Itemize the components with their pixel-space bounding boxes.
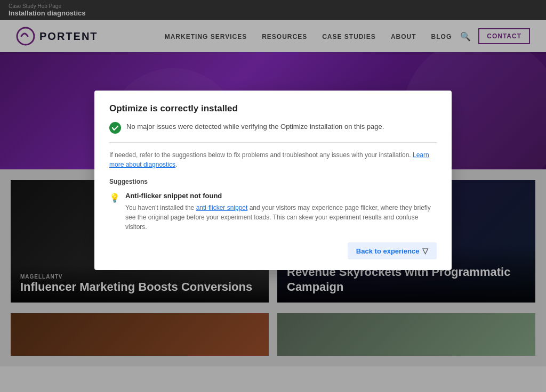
suggestions-label: Suggestions: [109, 178, 437, 185]
svg-point-1: [109, 122, 121, 134]
suggestion-title: Anti-flicker snippet not found: [125, 192, 437, 200]
back-to-experience-button[interactable]: Back to experience ▽: [348, 242, 437, 259]
modal-success-row: No major issues were detected while veri…: [109, 121, 437, 134]
lightbulb-icon: 💡: [109, 193, 120, 203]
success-icon: [109, 122, 121, 134]
modal-overlay: Optimize is correctly installed No major…: [0, 0, 546, 392]
anti-flicker-link[interactable]: anti-flicker snippet: [196, 204, 248, 211]
modal-title: Optimize is correctly installed: [109, 103, 437, 114]
modal-divider: [109, 142, 437, 143]
suggestion-row: 💡 Anti-flicker snippet not found You hav…: [109, 192, 437, 232]
modal-info-text: If needed, refer to the suggestions belo…: [109, 150, 437, 169]
cursor-indicator: ▽: [422, 247, 428, 255]
suggestion-desc: You haven't installed the anti-flicker s…: [125, 203, 437, 232]
modal-success-text: No major issues were detected while veri…: [126, 121, 384, 132]
diagnostics-modal: Optimize is correctly installed No major…: [94, 91, 452, 270]
suggestion-content: Anti-flicker snippet not found You haven…: [125, 192, 437, 232]
modal-footer: Back to experience ▽: [109, 242, 437, 259]
